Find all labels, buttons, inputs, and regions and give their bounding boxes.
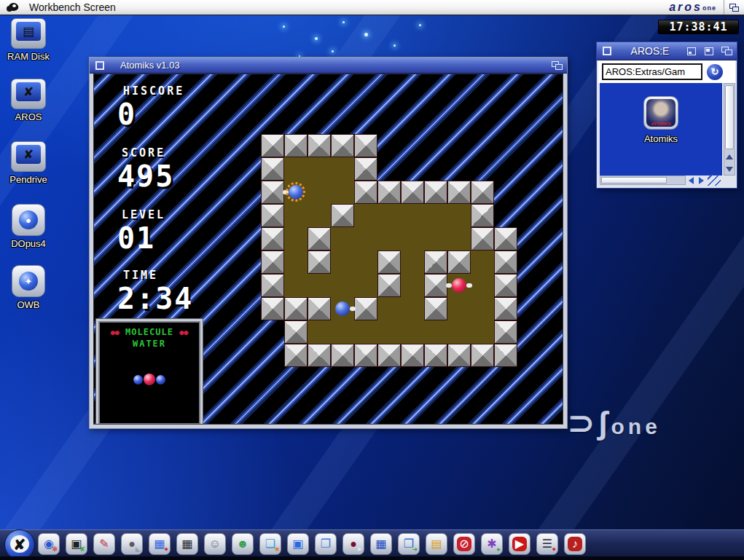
dock-screens-prefs-icon[interactable]: ❏■ <box>259 533 281 555</box>
oxygen-atom <box>144 374 155 385</box>
aros-e-titlebar[interactable]: AROS:E <box>597 42 737 60</box>
atomiks-window-title: Atomiks v1.03 <box>120 60 180 71</box>
wall-tile <box>377 274 401 297</box>
wall-tile <box>308 251 331 274</box>
green-face-icon: ☻ <box>237 538 249 550</box>
ram-disk-label: RAM Disk <box>7 51 50 62</box>
molecule-name: WATER <box>98 339 200 349</box>
scroll-right-button[interactable] <box>696 175 706 186</box>
desktop-icon-pendrive[interactable]: ✘Pendrive <box>1 141 55 185</box>
floor-tile <box>471 297 494 320</box>
resize-grip[interactable] <box>708 175 721 186</box>
wall-tile <box>354 344 377 367</box>
dock-video-converter-icon[interactable]: ✱▸ <box>481 533 503 555</box>
owb-label: OWB <box>17 299 39 310</box>
depth-gadget[interactable] <box>549 60 564 71</box>
atomiks-file-icon[interactable]: ATOMIKS Atomiks <box>629 96 693 144</box>
floor-tile <box>401 297 424 320</box>
refresh-button[interactable]: ↻ <box>707 64 723 80</box>
wall-tile <box>261 227 284 251</box>
dock-chat-dog-icon[interactable]: ☺ <box>204 533 226 555</box>
floor-tile <box>377 297 401 320</box>
atomiks-titlebar[interactable]: Atomiks v1.03 <box>90 58 567 74</box>
close-gadget[interactable] <box>600 46 614 57</box>
zoom-gadget[interactable] <box>702 46 716 57</box>
dock-bottom-strip <box>0 556 744 560</box>
wall-tile <box>471 204 494 227</box>
wall-tile <box>471 227 494 251</box>
path-input[interactable] <box>602 63 702 80</box>
dock-spreadsheet-icon[interactable]: ▦ <box>370 533 392 555</box>
floor-tile <box>354 227 377 251</box>
dock-text-editor-icon[interactable]: ✎ <box>93 533 115 555</box>
aros-one-watermark: ⊃ʃone <box>568 404 661 441</box>
dock-file-copy-icon[interactable]: ❐➔ <box>398 533 420 555</box>
depth-gadget[interactable] <box>719 46 734 57</box>
aros-disk-icon: ✘ <box>11 79 46 109</box>
video-converter-icon: ✱ <box>487 538 496 550</box>
scroll-left-button[interactable] <box>686 175 696 186</box>
desktop-icon-ram-disk[interactable]: ▤RAM Disk <box>1 18 55 62</box>
vertical-scrollbar[interactable] <box>724 83 735 176</box>
dock-youtube-icon[interactable]: ▶ <box>509 533 530 555</box>
game-board <box>261 134 517 367</box>
molecule-title: MOLECULE <box>125 327 173 337</box>
hydrogen-atom[interactable] <box>335 301 350 316</box>
desktop-icon-owb[interactable]: ✦OWB <box>1 265 55 310</box>
dock-web-radio-icon[interactable]: ♪ <box>564 533 586 555</box>
dock-monitor-icon[interactable]: ▣ <box>287 533 309 555</box>
wall-tile <box>308 134 331 157</box>
dock-dopus-icon[interactable]: ◉✻ <box>38 533 60 555</box>
wall-tile <box>308 344 331 367</box>
dock-search-icon[interactable]: ●◣ <box>121 533 143 555</box>
vertical-scroll-thumb[interactable] <box>725 85 734 149</box>
web-radio-icon: ♪ <box>572 538 578 550</box>
close-gadget[interactable] <box>93 60 107 71</box>
wall-tile <box>354 134 377 157</box>
dock-calendar-icon[interactable]: ▦● <box>149 533 171 555</box>
path-toolbar: ↻ <box>598 60 735 83</box>
video-recorder-icon: ☰ <box>542 538 552 550</box>
screen-depth-gadget[interactable] <box>724 0 744 15</box>
dock-green-face-icon[interactable]: ☻ <box>232 533 254 555</box>
scroll-up-button[interactable] <box>724 151 735 162</box>
oxygen-atom[interactable] <box>452 278 466 293</box>
desktop-icon-aros-disk[interactable]: ✘AROS <box>1 79 55 122</box>
floor-tile <box>308 274 331 297</box>
wall-tile <box>261 181 284 204</box>
wall-tile <box>354 157 377 181</box>
floor-tile <box>447 320 471 344</box>
scroll-down-button[interactable] <box>724 163 735 175</box>
wall-tile <box>284 320 308 344</box>
dock-mouse-ball-icon[interactable]: ●➤ <box>342 533 364 555</box>
sparkle <box>283 25 285 28</box>
molecule-dots-right: ●● <box>179 328 188 336</box>
dock-media-stop-icon[interactable]: ⊘ <box>453 533 475 555</box>
floor-tile <box>471 251 494 274</box>
wall-tile <box>261 274 284 297</box>
dock-aros-menu-button[interactable]: ✘ <box>4 529 35 560</box>
desktop-icon-dopus4[interactable]: ✻●DOpus4 <box>1 204 55 249</box>
dock-screengrab-icon[interactable]: ❐ <box>315 533 337 555</box>
iconify-gadget[interactable] <box>684 46 699 57</box>
wall-tile <box>284 297 308 320</box>
dock-archive-folder-icon[interactable]: ▤ <box>426 533 447 555</box>
dock-video-camera-icon[interactable]: ▣✘ <box>66 533 87 555</box>
horizontal-scrollbar[interactable] <box>600 176 686 185</box>
floor-tile <box>284 274 308 297</box>
floor-tile <box>401 204 424 227</box>
wall-tile <box>494 227 517 251</box>
aros-one-logo: arosone <box>669 1 716 14</box>
wall-tile <box>354 181 377 204</box>
dock-calculator-icon[interactable]: ▦ <box>176 533 198 555</box>
youtube-icon: ▶ <box>515 538 524 550</box>
dock-video-recorder-icon[interactable]: ☰● <box>536 533 558 555</box>
bond-connector-right <box>350 307 356 311</box>
floor-tile <box>424 320 447 344</box>
molecule-dots-left: ●● <box>111 328 120 336</box>
wall-tile <box>494 274 517 297</box>
floor-tile <box>424 227 447 251</box>
floor-tile <box>354 251 377 274</box>
screens-prefs-icon: ❏ <box>265 538 275 550</box>
horizontal-scroll-thumb[interactable] <box>601 177 667 184</box>
